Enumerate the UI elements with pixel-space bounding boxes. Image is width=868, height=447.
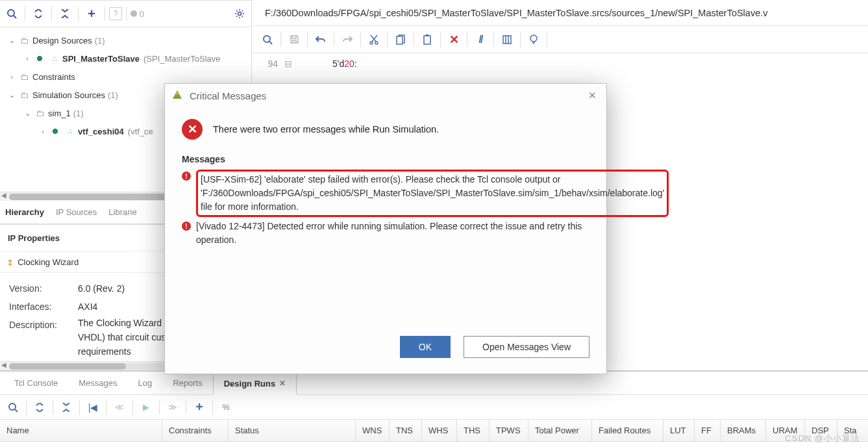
percent-icon[interactable]: % (217, 398, 235, 416)
add-icon[interactable]: + (82, 5, 101, 23)
tree-label[interactable]: Constraints (31, 72, 77, 82)
tree-label[interactable]: sim_1 (47, 109, 72, 118)
tab-ip-sources[interactable]: IP Sources (56, 205, 97, 220)
collapse-all-icon[interactable] (29, 5, 47, 23)
col-brams[interactable]: BRAMs (721, 420, 766, 441)
error-bullet-icon: ! (182, 172, 191, 181)
hierarchy-icon: ∴ (48, 55, 60, 62)
tree-label[interactable]: vtf_ceshi04 (77, 127, 125, 136)
message-list: ! [USF-XSim-62] 'elaborate' step failed … (182, 170, 589, 247)
tree-label[interactable]: Simulation Sources (31, 90, 106, 100)
search-icon[interactable] (4, 398, 22, 416)
tab-reports[interactable]: Reports (162, 372, 213, 394)
expand-all-icon[interactable] (57, 398, 75, 416)
message-item: ! [Vivado 12-4473] Detected error while … (182, 220, 589, 247)
svg-point-5 (370, 42, 373, 44)
next-icon[interactable]: ≫ (164, 398, 182, 416)
col-constraints[interactable]: Constraints (162, 420, 229, 441)
chevron-down-icon[interactable]: ⌄ (6, 36, 17, 45)
folder-icon: 🗀 (34, 109, 45, 118)
copy-icon[interactable] (391, 31, 410, 49)
close-icon[interactable]: ✕ (584, 88, 600, 103)
col-whs[interactable]: WHS (422, 420, 457, 441)
help-icon[interactable]: ? (109, 7, 122, 20)
file-path: F:/360Downloads/FPGA/spi_ceshi05/SPI_Mas… (252, 0, 868, 26)
add-icon[interactable]: + (190, 398, 208, 416)
prev-icon[interactable]: ≪ (110, 398, 129, 416)
tab-hierarchy[interactable]: Hierarchy (5, 205, 44, 220)
col-name[interactable]: Name (0, 420, 162, 441)
error-bullet-icon: ! (182, 222, 191, 231)
col-tpws[interactable]: TPWS (490, 420, 528, 441)
svg-rect-10 (503, 36, 511, 44)
line-number: 94 (260, 58, 278, 69)
search-icon[interactable] (3, 5, 21, 23)
tree-label[interactable]: SPI_MasterToSlave (61, 54, 141, 64)
chevron-right-icon[interactable]: › (22, 55, 32, 62)
play-icon[interactable]: ▶ (137, 398, 155, 416)
tab-messages[interactable]: Messages (68, 372, 127, 394)
dialog-title: Critical Messages (190, 90, 266, 101)
lightbulb-icon[interactable] (525, 31, 543, 49)
undo-icon[interactable] (312, 31, 330, 49)
tree-suffix: (vtf_ce (128, 127, 153, 136)
module-dot-icon (49, 129, 61, 134)
chevron-down-icon[interactable]: ⌄ (6, 91, 17, 99)
tab-design-runs[interactable]: Design Runs✕ (213, 372, 297, 395)
first-icon[interactable]: |◀ (84, 398, 102, 416)
collapse-all-icon[interactable] (31, 398, 49, 416)
svg-point-2 (238, 12, 242, 16)
tab-log[interactable]: Log (127, 372, 162, 394)
status-badge: 0 (130, 9, 144, 19)
delete-icon[interactable]: ✕ (445, 31, 463, 49)
highlighted-message: [USF-XSim-62] 'elaborate' step failed wi… (196, 170, 669, 217)
svg-rect-7 (397, 36, 403, 44)
gear-icon[interactable] (230, 5, 249, 23)
prop-key: Interfaces: (9, 298, 78, 316)
col-wns[interactable]: WNS (356, 420, 390, 441)
search-icon[interactable] (258, 31, 277, 49)
paste-icon[interactable] (418, 31, 436, 49)
svg-line-4 (269, 42, 272, 44)
col-uram[interactable]: URAM (766, 420, 805, 441)
tree-suffix: (SPI_MasterToSlave (143, 54, 221, 64)
ip-name[interactable]: Clocking Wizard (18, 257, 79, 267)
folder-icon: 🗀 (18, 90, 30, 100)
col-ff[interactable]: FF (695, 420, 721, 441)
close-icon[interactable]: ✕ (279, 379, 286, 388)
col-failed-routes[interactable]: Failed Routes (592, 420, 663, 441)
col-ths[interactable]: THS (457, 420, 490, 441)
tab-tcl-console[interactable]: Tcl Console (4, 372, 68, 394)
redo-icon (338, 31, 356, 49)
tree-count: (1) (73, 109, 84, 118)
svg-rect-9 (426, 34, 428, 36)
tree-label[interactable]: Design Sources (31, 36, 93, 45)
col-sta[interactable]: Sta (837, 420, 868, 441)
open-messages-view-button[interactable]: Open Messages View (464, 336, 589, 358)
svg-point-6 (375, 42, 378, 44)
error-icon: ✕ (182, 119, 203, 140)
chevron-down-icon[interactable]: ⌄ (22, 109, 32, 118)
comment-icon[interactable]: // (471, 31, 490, 49)
runs-toolbar: |◀ ≪ ▶ ≫ + % (0, 395, 868, 420)
chevron-right-icon[interactable]: › (6, 73, 17, 81)
cut-icon[interactable] (365, 31, 383, 49)
col-dsp[interactable]: DSP (805, 420, 837, 441)
chevron-right-icon[interactable]: › (38, 127, 48, 135)
ok-button[interactable]: OK (400, 336, 451, 358)
columns-icon[interactable] (498, 31, 516, 49)
editor-toolbar: ✕ // (252, 26, 868, 53)
critical-messages-dialog: Critical Messages ✕ ✕ There were two err… (164, 83, 607, 374)
fold-marker[interactable]: ⊟ (284, 58, 292, 69)
module-dot-icon (34, 56, 45, 61)
col-total-power[interactable]: Total Power (528, 420, 592, 441)
code-editor[interactable]: 94 ⊟ 5'd20: (252, 53, 868, 74)
message-item: ! [USF-XSim-62] 'elaborate' step failed … (182, 170, 589, 217)
col-tns[interactable]: TNS (390, 420, 422, 441)
tab-libraries[interactable]: Librarie (108, 205, 136, 220)
dialog-lead-text: There were two error messages while Run … (213, 124, 439, 134)
col-lut[interactable]: LUT (663, 420, 695, 441)
svg-point-3 (264, 36, 270, 42)
col-status[interactable]: Status (229, 420, 356, 441)
expand-all-icon[interactable] (56, 5, 74, 23)
